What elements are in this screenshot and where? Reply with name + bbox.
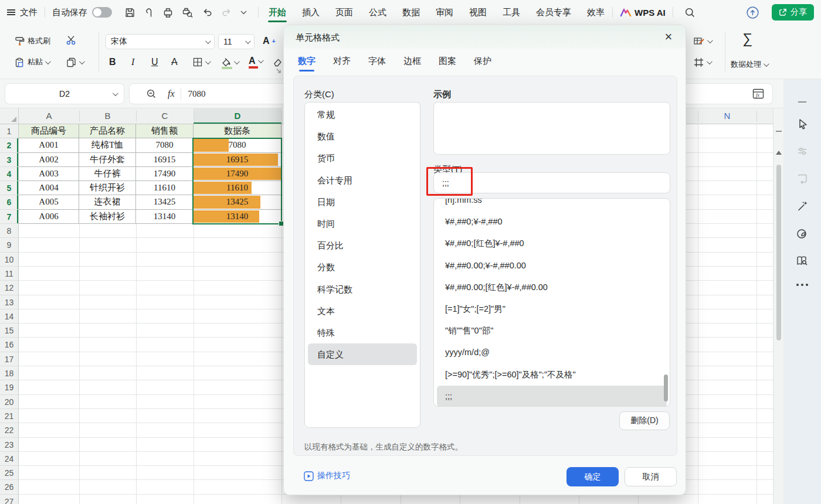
- paste-dropdown-icon[interactable]: [45, 59, 51, 64]
- dialog-tab-边框[interactable]: 边框: [402, 53, 422, 74]
- search-icon[interactable]: [684, 7, 696, 18]
- format-item[interactable]: [h]:mm:ss: [437, 198, 667, 211]
- borders-button[interactable]: [192, 55, 209, 69]
- cell-sales[interactable]: 13140: [136, 210, 194, 224]
- format-painter-button[interactable]: 格式刷: [14, 34, 50, 48]
- cell-product-id[interactable]: A004: [19, 181, 79, 195]
- menu-tab-插入[interactable]: 插入: [301, 1, 320, 24]
- column-header-D[interactable]: D: [194, 108, 281, 124]
- print-icon[interactable]: [162, 7, 174, 18]
- cell-databar[interactable]: 13140: [194, 210, 281, 224]
- menu-tab-审阅[interactable]: 审阅: [435, 1, 454, 24]
- row-header-25[interactable]: 25: [0, 466, 18, 480]
- row-header-3[interactable]: 3: [0, 153, 18, 167]
- cell-sales[interactable]: 17490: [136, 167, 194, 181]
- row-header-11[interactable]: 11: [0, 267, 18, 281]
- main-menu-icon[interactable]: [7, 8, 15, 16]
- row-header-16[interactable]: 16: [0, 338, 18, 352]
- ok-button[interactable]: 确定: [566, 467, 619, 486]
- row-header-22[interactable]: 22: [0, 423, 18, 437]
- cell-databar[interactable]: 13425: [194, 195, 281, 209]
- row-header-13[interactable]: 13: [0, 295, 18, 309]
- skin-leaf-icon[interactable]: [796, 227, 809, 240]
- cursor-select-icon[interactable]: [796, 118, 809, 130]
- table-row[interactable]: A002牛仔外套1691516915: [19, 153, 281, 167]
- autosave-toggle[interactable]: [92, 7, 112, 18]
- format-item[interactable]: ¥#,##0;¥-#,##0: [437, 211, 667, 233]
- redo-icon[interactable]: [221, 7, 232, 18]
- save-icon[interactable]: [124, 7, 135, 18]
- row-header-9[interactable]: 9: [0, 238, 18, 252]
- cell-databar[interactable]: 11610: [194, 181, 281, 195]
- format-list[interactable]: [h]:mm:ss¥#,##0;¥-#,##0¥#,##0;[红色]¥-#,##…: [433, 198, 670, 407]
- category-item[interactable]: 货币: [308, 147, 417, 169]
- dialog-tab-对齐[interactable]: 对齐: [332, 53, 352, 74]
- dialog-tab-保护[interactable]: 保护: [473, 53, 493, 74]
- category-list[interactable]: 常规数值货币会计专用日期时间百分比分数科学记数文本特殊自定义: [304, 102, 420, 428]
- paste-button[interactable]: 粘贴: [14, 55, 49, 69]
- eraser-button[interactable]: [272, 55, 283, 69]
- table-row[interactable]: A005连衣裙1342513425: [19, 195, 281, 209]
- row-header-6[interactable]: 6: [0, 195, 18, 209]
- table-row[interactable]: A003牛仔裤1749017490: [19, 167, 281, 181]
- column-header-A[interactable]: A: [19, 108, 79, 124]
- properties-sliders-icon[interactable]: [796, 145, 808, 157]
- row-header-2[interactable]: 2: [0, 138, 18, 152]
- table-row[interactable]: A004针织开衫1161011610: [19, 181, 281, 195]
- grow-font-button[interactable]: A+: [263, 34, 276, 48]
- menu-tab-效率[interactable]: 效率: [586, 1, 605, 24]
- file-menu[interactable]: 文件: [20, 7, 38, 18]
- format-item[interactable]: ¥#,##0;[红色]¥-#,##0: [437, 233, 667, 254]
- cell-product-id[interactable]: A002: [19, 153, 79, 167]
- row-header-7[interactable]: 7: [0, 210, 18, 224]
- row-header-12[interactable]: 12: [0, 281, 18, 295]
- cell-sales[interactable]: 16915: [136, 153, 194, 167]
- magic-wand-icon[interactable]: [796, 200, 809, 212]
- cell-product-name[interactable]: 长袖衬衫: [79, 210, 136, 224]
- insert-function-table-icon[interactable]: fx: [752, 88, 764, 99]
- select-all-corner[interactable]: [0, 108, 19, 124]
- format-item[interactable]: [=1]"女";[=2]"男": [437, 298, 667, 320]
- wps-ai-button[interactable]: WPS AI: [620, 8, 666, 18]
- category-item[interactable]: 特殊: [308, 322, 417, 343]
- italic-button[interactable]: I: [131, 55, 134, 69]
- scroll-up-icon[interactable]: [776, 151, 782, 155]
- menu-tab-工具[interactable]: 工具: [502, 1, 521, 24]
- data-processing-dropdown-icon[interactable]: [764, 61, 769, 67]
- row-header-26[interactable]: 26: [0, 480, 18, 494]
- cell-databar[interactable]: 16915: [194, 153, 281, 167]
- row-header-23[interactable]: 23: [0, 438, 18, 452]
- undo-icon[interactable]: [202, 7, 213, 18]
- menu-tab-数据[interactable]: 数据: [402, 1, 420, 24]
- copy-button[interactable]: [66, 55, 83, 69]
- bold-button[interactable]: B: [109, 55, 116, 69]
- cell-databar[interactable]: 17490: [194, 167, 281, 181]
- category-item[interactable]: 数值: [308, 125, 417, 147]
- format-item[interactable]: ¥#,##0.00;[红色]¥-#,##0.00: [437, 277, 667, 298]
- cell-product-name[interactable]: 针织开衫: [79, 181, 136, 195]
- category-item[interactable]: 科学记数: [308, 278, 417, 300]
- cell-product-id[interactable]: A005: [19, 195, 79, 209]
- fill-color-button[interactable]: [220, 55, 238, 69]
- upload-cloud-icon[interactable]: [746, 6, 759, 19]
- name-box[interactable]: D2: [5, 83, 124, 104]
- row-header-20[interactable]: 20: [0, 395, 18, 409]
- sheet-data-table[interactable]: 商品编号产品名称销售额数据条A001纯棉T恤70807080A002牛仔外套16…: [19, 124, 281, 224]
- cell-databar[interactable]: 7080: [194, 138, 281, 152]
- row-header-1[interactable]: 1: [0, 124, 18, 138]
- fx-icon[interactable]: fx: [168, 88, 175, 99]
- dictionary-search-icon[interactable]: [796, 255, 809, 267]
- dialog-tab-图案[interactable]: 图案: [437, 53, 457, 74]
- print-preview-icon[interactable]: [182, 7, 194, 18]
- cell-product-name[interactable]: 牛仔外套: [79, 153, 136, 167]
- category-item[interactable]: 百分比: [308, 234, 417, 256]
- row-header-8[interactable]: 8: [0, 224, 18, 238]
- vertical-scrollbar[interactable]: [773, 108, 783, 504]
- copy-dropdown-icon[interactable]: [79, 59, 85, 64]
- row-header-5[interactable]: 5: [0, 181, 18, 195]
- quickbar-more-icon[interactable]: [240, 11, 247, 15]
- menu-tab-开始[interactable]: 开始: [268, 1, 287, 24]
- cell-product-id[interactable]: A006: [19, 210, 79, 224]
- name-box-dropdown-icon[interactable]: [113, 90, 118, 96]
- dialog-tab-数字[interactable]: 数字: [297, 53, 317, 74]
